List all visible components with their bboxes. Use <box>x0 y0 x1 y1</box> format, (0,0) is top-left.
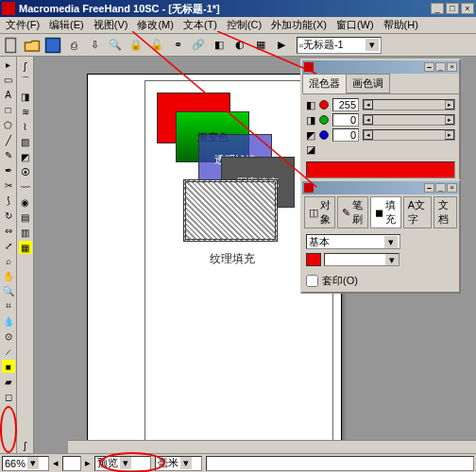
zoom-tool[interactable]: 🔍 <box>1 283 16 298</box>
menu-window[interactable]: 窗口(W) <box>332 17 378 33</box>
lasso-tool[interactable]: ⊙ <box>1 329 16 344</box>
tab-mixer[interactable]: 混色器 <box>302 74 347 93</box>
find-button[interactable]: 🔍 <box>106 36 125 55</box>
minimize-button[interactable]: _ <box>431 3 444 14</box>
mixer-result-swatch[interactable] <box>306 161 455 178</box>
page-field[interactable] <box>62 456 81 471</box>
open-button[interactable] <box>23 36 42 55</box>
link-button[interactable]: 🔗 <box>189 36 208 55</box>
eyedrop-tool[interactable]: 💧 <box>1 313 16 329</box>
document-selector[interactable]: ▫ 无标题-1 ▾ <box>297 37 382 54</box>
line-tool[interactable]: ╱ <box>1 132 16 147</box>
fx-emboss[interactable]: ◩ <box>18 149 33 164</box>
tab-object[interactable]: ◫对象 <box>304 196 335 228</box>
hand-tool[interactable]: ✋ <box>1 268 16 283</box>
stroke-indicator[interactable]: ◻ <box>1 389 16 404</box>
transform-button[interactable]: ◧ <box>210 36 229 55</box>
fx-graphic[interactable]: ▤ <box>18 210 33 225</box>
sys-icon[interactable]: ◪ <box>306 143 315 156</box>
maximize-button[interactable]: □ <box>446 3 459 14</box>
menu-edit[interactable]: 编辑(E) <box>45 17 88 33</box>
view-mode-field[interactable]: 预览▾ <box>94 456 151 471</box>
tab-text[interactable]: A文字 <box>403 196 432 228</box>
tab-doc[interactable]: 文档 <box>434 196 457 228</box>
save-button[interactable] <box>43 36 62 55</box>
rotate-tool[interactable]: ↻ <box>1 208 16 223</box>
page-nav-next[interactable]: ▸ <box>85 457 91 469</box>
mixer-panel-titlebar[interactable]: ‒ _ × <box>302 60 459 74</box>
panel-close-button[interactable]: × <box>447 183 457 193</box>
text-tool[interactable]: A <box>1 87 16 102</box>
fx-chart[interactable]: ▥ <box>18 225 33 240</box>
fill-color-swatch[interactable] <box>306 253 321 266</box>
tint-button[interactable]: ◐ <box>230 36 249 55</box>
fx-blend[interactable]: ≋ <box>18 104 33 119</box>
perspective-tool[interactable]: ⌗ <box>1 298 16 313</box>
fx-roughen[interactable]: 〰 <box>18 179 33 194</box>
tab-tints[interactable]: 画色调 <box>346 74 390 93</box>
panel-minimize-button[interactable]: _ <box>435 62 446 72</box>
rect-tool[interactable]: □ <box>1 102 16 117</box>
r-slider[interactable]: ◂▸ <box>363 99 455 110</box>
launch-button[interactable]: ▶ <box>272 36 291 55</box>
panel-dock-button[interactable]: ‒ <box>424 62 434 72</box>
fill-indicator[interactable]: ▰ <box>1 374 16 389</box>
color-tool-1[interactable]: ■ <box>1 359 16 374</box>
polygon-tool[interactable]: ⬠ <box>1 117 16 132</box>
new-button[interactable] <box>2 36 21 55</box>
r-value[interactable]: 255 <box>332 98 359 111</box>
import-button[interactable]: ⇩ <box>85 36 104 55</box>
panel-minimize-button[interactable]: _ <box>435 183 446 193</box>
tab-fill[interactable]: ◼填充 <box>370 196 401 228</box>
fx-highlight[interactable]: ▦ <box>18 240 33 255</box>
fx-mirror[interactable]: ⦿ <box>18 164 33 179</box>
horizontal-scrollbar[interactable] <box>68 440 476 453</box>
chain-button[interactable]: ⚭ <box>168 36 187 55</box>
g-slider[interactable]: ◂▸ <box>363 114 455 126</box>
fx-3d[interactable]: ◨ <box>18 89 33 104</box>
menu-control[interactable]: 控制(C) <box>223 17 265 33</box>
menu-help[interactable]: 帮助(H) <box>380 17 422 33</box>
page-tool[interactable]: ▭ <box>1 72 16 87</box>
fill-type-select[interactable]: 基本 ▾ <box>306 234 400 249</box>
overprint-checkbox[interactable]: 套印(O) <box>306 274 455 288</box>
reflect-tool[interactable]: ⇔ <box>1 223 16 238</box>
rgb-icon[interactable]: ◨ <box>306 114 315 126</box>
fx-spiral2[interactable]: ʃ <box>18 438 33 453</box>
fill-color-select[interactable]: ▾ <box>324 253 400 266</box>
menu-view[interactable]: 视图(V) <box>90 17 132 33</box>
unlock-button[interactable]: 🔓 <box>147 36 166 55</box>
overprint-input[interactable] <box>306 275 318 287</box>
freeform-tool[interactable]: ⟆ <box>1 193 16 208</box>
menu-xtras[interactable]: 外加功能(X) <box>267 17 331 33</box>
menu-text[interactable]: 文本(T) <box>179 17 221 33</box>
close-button[interactable]: × <box>461 3 474 14</box>
fill-panel-titlebar[interactable]: ‒ _ × <box>302 181 459 194</box>
sample-texture-fill[interactable] <box>183 179 278 242</box>
page-nav-prev[interactable]: ◂ <box>53 457 59 469</box>
fx-fisheye[interactable]: ◉ <box>18 194 33 210</box>
knife-tool[interactable]: ✂ <box>1 177 16 193</box>
hls-icon[interactable]: ◩ <box>306 129 315 142</box>
g-value[interactable]: 0 <box>332 113 359 126</box>
fx-shadow[interactable]: ▧ <box>18 134 33 149</box>
pencil-tool[interactable]: ✎ <box>1 147 16 162</box>
connector-tool[interactable]: ⟋ <box>1 344 16 359</box>
menu-file[interactable]: 文件(F) <box>2 17 43 33</box>
b-value[interactable]: 0 <box>332 128 359 142</box>
grid-button[interactable]: ▦ <box>251 36 270 55</box>
cmyk-icon[interactable]: ◧ <box>306 99 315 111</box>
units-field[interactable]: 毫米▾ <box>155 456 202 471</box>
panel-dock-button[interactable]: ‒ <box>424 183 434 193</box>
tab-stroke[interactable]: ✎笔刷 <box>337 196 368 228</box>
menu-modify[interactable]: 修改(M) <box>133 17 178 33</box>
b-slider[interactable]: ◂▸ <box>363 129 455 141</box>
zoom-field[interactable]: 66%▾ <box>2 456 49 471</box>
print-button[interactable]: ⎙ <box>64 36 83 55</box>
scale-tool[interactable]: ⤢ <box>1 238 16 253</box>
trace-tool[interactable]: ⌕ <box>1 253 16 268</box>
lock-button[interactable]: 🔒 <box>127 36 145 55</box>
fx-arc[interactable]: ⌒ <box>18 74 33 89</box>
fx-spiral[interactable]: ʃ <box>18 59 33 74</box>
panel-close-button[interactable]: × <box>447 62 457 72</box>
